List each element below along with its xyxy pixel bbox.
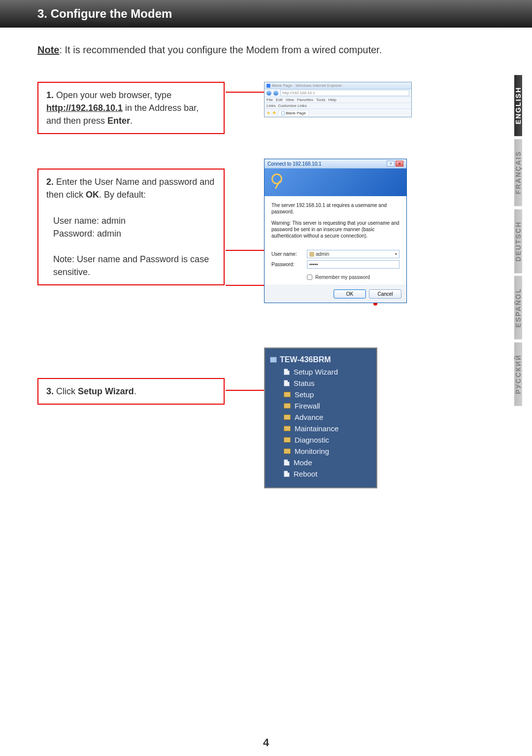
links-label: Links bbox=[266, 103, 276, 108]
router-icon bbox=[270, 357, 277, 363]
menu-edit[interactable]: Edit bbox=[276, 98, 283, 102]
password-value: ••••• bbox=[309, 262, 318, 267]
back-button[interactable] bbox=[266, 91, 271, 96]
dropdown-caret-icon[interactable]: ▾ bbox=[395, 252, 397, 256]
browser-menu: File Edit View Favorites Tools Help bbox=[265, 97, 411, 103]
step-3-number: 3. bbox=[46, 386, 54, 396]
folder-icon bbox=[284, 448, 291, 454]
step-1-row: 1. Open your web browser, type http://19… bbox=[37, 82, 495, 134]
cancel-button[interactable]: Cancel bbox=[369, 289, 401, 299]
menu-root-label: TEW-436BRM bbox=[280, 355, 331, 364]
page-icon bbox=[284, 369, 290, 375]
step-3-text-a: Click bbox=[54, 386, 78, 396]
username-value: admin bbox=[316, 251, 329, 257]
language-tabs: ENGLISHFRANÇAISDEUTSCHESPAÑOLРУССКИЙ bbox=[514, 75, 532, 409]
ok-button[interactable]: OK bbox=[333, 289, 366, 299]
main-note: Note: It is recommended that you configu… bbox=[37, 42, 495, 57]
browser-links-row: Links Customize Links bbox=[265, 103, 411, 109]
browser-address-row: http://192.168.10.1 bbox=[265, 89, 411, 97]
forward-button[interactable] bbox=[273, 91, 278, 96]
step-1-instruction: 1. Open your web browser, type http://19… bbox=[37, 82, 225, 134]
page-icon bbox=[284, 459, 290, 466]
step-1-text-a: Open your web browser, type bbox=[54, 90, 171, 100]
menu-file[interactable]: File bbox=[266, 98, 273, 102]
remember-label: Remember my password bbox=[315, 275, 370, 280]
menu-item-label: Maintainance bbox=[295, 424, 338, 433]
connector-1 bbox=[226, 92, 270, 93]
auth-titlebar: Connect to 192.168.10.1 ? ✕ bbox=[265, 159, 406, 169]
menu-favorites[interactable]: Favorites bbox=[297, 98, 313, 102]
customize-links[interactable]: Customize Links bbox=[278, 103, 307, 108]
browser-tab[interactable]: Blank Page bbox=[278, 110, 309, 116]
page-icon bbox=[281, 111, 285, 115]
folder-icon bbox=[284, 403, 291, 409]
remember-checkbox[interactable] bbox=[307, 275, 312, 280]
menu-item-setup-wizard[interactable]: Setup Wizard bbox=[270, 366, 371, 378]
lang-tab-deutsch[interactable]: DEUTSCH bbox=[514, 209, 522, 274]
note-label: Note bbox=[37, 44, 59, 55]
lang-tab-français[interactable]: FRANÇAIS bbox=[514, 139, 522, 206]
add-favorites-icon[interactable]: ✚ bbox=[272, 110, 276, 115]
username-row: User name: admin ▾ bbox=[271, 250, 399, 258]
auth-title-text: Connect to 192.168.10.1 bbox=[267, 161, 322, 167]
section-title: 3. Configure the Modem bbox=[37, 7, 172, 20]
step-2-username: User name: admin bbox=[46, 214, 216, 227]
auth-body-text: The server 192.168.10.1 at requires a us… bbox=[265, 196, 406, 250]
address-bar[interactable]: http://192.168.10.1 bbox=[280, 90, 409, 96]
auth-msg-2: Warning: This server is requesting that … bbox=[271, 220, 399, 239]
browser-title-text: Blank Page - Windows Internet Explorer bbox=[272, 83, 342, 88]
page-number: 4 bbox=[0, 736, 532, 749]
keys-icon bbox=[271, 173, 285, 190]
lang-tab-español[interactable]: ESPAÑOL bbox=[514, 276, 522, 340]
lang-tab-русский[interactable]: РУССКИЙ bbox=[514, 343, 522, 406]
menu-item-label: Setup Wizard bbox=[294, 368, 338, 376]
menu-item-label: Status bbox=[294, 379, 315, 387]
menu-item-label: Mode bbox=[294, 458, 312, 467]
step-3-bold: Setup Wizard bbox=[78, 386, 134, 396]
browser-favorites-row: ★ ✚ Blank Page bbox=[265, 109, 411, 117]
menu-item-label: Reboot bbox=[294, 470, 317, 478]
username-label: User name: bbox=[271, 251, 307, 257]
menu-item-firewall[interactable]: Firewall bbox=[270, 400, 371, 412]
step-2-number: 2. bbox=[46, 177, 54, 187]
step-3-instruction: 3. Click Setup Wizard. bbox=[37, 378, 225, 405]
auth-button-row: OK Cancel bbox=[265, 285, 406, 303]
step-1-bold: Enter bbox=[107, 116, 130, 126]
step-1-number: 1. bbox=[46, 90, 54, 100]
menu-item-setup[interactable]: Setup bbox=[270, 389, 371, 400]
step-2-password: Password: admin bbox=[46, 227, 216, 240]
page-icon bbox=[284, 380, 290, 386]
password-row: Password: ••••• bbox=[271, 260, 399, 269]
help-button[interactable]: ? bbox=[387, 161, 395, 167]
menu-item-monitoring[interactable]: Monitoring bbox=[270, 446, 371, 457]
lang-tab-english[interactable]: ENGLISH bbox=[514, 75, 522, 136]
folder-icon bbox=[284, 437, 291, 443]
step-2-text-b: . By default: bbox=[99, 190, 146, 200]
step-3-row: 3. Click Setup Wizard. TEW-436BRM Setup … bbox=[37, 347, 495, 488]
address-bar-value: http://192.168.10.1 bbox=[282, 91, 315, 95]
close-button[interactable]: ✕ bbox=[396, 161, 403, 167]
remember-row: Remember my password bbox=[265, 273, 406, 285]
menu-item-maintainance[interactable]: Maintainance bbox=[270, 423, 371, 434]
folder-icon bbox=[284, 392, 291, 397]
password-label: Password: bbox=[271, 262, 307, 267]
menu-item-label: Diagnostic bbox=[295, 436, 329, 444]
menu-root[interactable]: TEW-436BRM bbox=[270, 355, 371, 364]
password-input[interactable]: ••••• bbox=[307, 260, 399, 269]
favorites-star-icon[interactable]: ★ bbox=[266, 110, 270, 115]
menu-item-status[interactable]: Status bbox=[270, 378, 371, 389]
auth-dialog-screenshot: Connect to 192.168.10.1 ? ✕ The server 1… bbox=[264, 159, 407, 303]
username-input[interactable]: admin ▾ bbox=[307, 250, 399, 258]
menu-item-reboot[interactable]: Reboot bbox=[270, 468, 371, 480]
menu-view[interactable]: View bbox=[286, 98, 294, 102]
menu-item-advance[interactable]: Advance bbox=[270, 412, 371, 423]
menu-item-diagnostic[interactable]: Diagnostic bbox=[270, 434, 371, 446]
step-1-url: http://192.168.10.1 bbox=[46, 103, 123, 113]
auth-banner bbox=[265, 169, 406, 196]
step-2-note: Note: User name and Password is case sen… bbox=[46, 253, 216, 278]
menu-tools[interactable]: Tools bbox=[316, 98, 326, 102]
browser-titlebar: Blank Page - Windows Internet Explorer bbox=[265, 82, 411, 89]
menu-help[interactable]: Help bbox=[328, 98, 336, 102]
menu-item-mode[interactable]: Mode bbox=[270, 457, 371, 468]
step-2-instruction: 2. Enter the User Name and password and … bbox=[37, 169, 225, 285]
